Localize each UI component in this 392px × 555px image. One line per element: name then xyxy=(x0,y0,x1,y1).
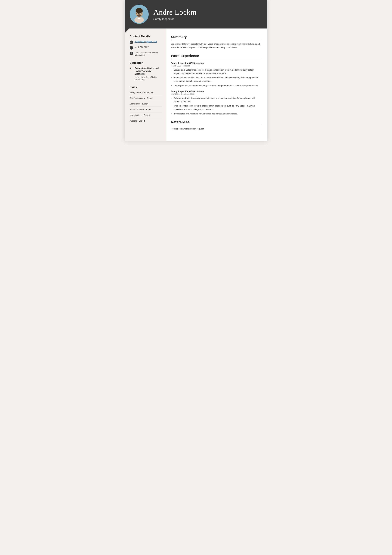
skill-item: Risk Assessment - Expert xyxy=(130,97,162,101)
skills-list: Safety Inspections - ExpertRisk Assessme… xyxy=(130,91,162,124)
job-title: Safety Inspector, OSHAcademy xyxy=(171,90,261,93)
job-bullets: Collaborated with the safety team to ins… xyxy=(171,96,261,115)
references-section: References References available upon req… xyxy=(171,120,261,130)
candidate-title: Safety Inspector xyxy=(153,17,261,21)
contact-address-item: Lake Maximusfurt, 54592, Mississippi xyxy=(130,51,162,56)
svg-point-11 xyxy=(131,53,132,53)
job-bullet-item: Collaborated with the safety team to ins… xyxy=(174,96,261,103)
phone-number: (425) 936 3227 xyxy=(135,46,149,48)
jobs-list: Safety Inspector, OSHAcademyMarch 2023 -… xyxy=(171,62,261,115)
job-bullet-item: Investigated and reported on workplace a… xyxy=(174,112,261,116)
email-icon xyxy=(130,41,133,44)
skills-section-title: Skills xyxy=(130,86,162,89)
job-bullet-item: Inspected construction sites for hazardo… xyxy=(174,76,261,83)
avatar xyxy=(130,5,149,24)
job-bullet-item: Served as a Safety Inspector for a major… xyxy=(174,68,261,75)
references-title: References xyxy=(171,120,261,125)
references-text: References available upon request xyxy=(171,128,261,130)
body: Contact Details andrelockm@gmail.com xyxy=(125,29,267,141)
education-item: Occupational Safety and Health Technicia… xyxy=(130,67,162,80)
chevron-decoration xyxy=(125,29,129,33)
summary-text: Experienced Safety Inspector with 10+ ye… xyxy=(171,42,261,49)
svg-point-6 xyxy=(137,15,141,17)
education-bullet xyxy=(130,68,131,69)
job-bullet-item: Trained construction crews in proper saf… xyxy=(174,104,261,111)
job-dates: March 2023 - Present xyxy=(171,65,261,67)
email-address[interactable]: andrelockm@gmail.com xyxy=(135,40,157,43)
edu-school: University of South Florida xyxy=(135,76,162,78)
skill-item: Investigations - Expert xyxy=(130,114,162,118)
job-bullet-item: Developed and implemented safety protoco… xyxy=(174,84,261,87)
summary-title: Summary xyxy=(171,35,261,40)
header-info: Andre Lockm Safety Inspector xyxy=(153,8,261,21)
svg-point-5 xyxy=(136,10,143,13)
skill-item: Auditing - Expert xyxy=(130,120,162,124)
location-icon xyxy=(130,51,133,55)
candidate-name: Andre Lockm xyxy=(153,8,261,16)
main-content: Summary Experienced Safety Inspector wit… xyxy=(166,29,267,141)
contact-email-item: andrelockm@gmail.com xyxy=(130,40,162,44)
header: Andre Lockm Safety Inspector xyxy=(125,0,267,29)
edu-years: 2017 - 2021 xyxy=(135,78,162,80)
job-entry: Safety Inspector, OSHAcademyMarch 2023 -… xyxy=(171,62,261,87)
skill-item: Hazard Analysis - Expert xyxy=(130,108,162,112)
job-title: Safety Inspector, OSHAcademy xyxy=(171,62,261,65)
work-experience-section: Work Experience Safety Inspector, OSHAca… xyxy=(171,54,261,115)
skills-section: Skills Safety Inspections - ExpertRisk A… xyxy=(130,86,162,124)
skill-item: Compliance - Expert xyxy=(130,102,162,107)
contact-section: Contact Details andrelockm@gmail.com xyxy=(130,35,162,56)
education-section: Education Occupational Safety and Health… xyxy=(130,61,162,80)
edu-degree: Occupational Safety and Health Technicia… xyxy=(135,67,162,75)
job-entry: Safety Inspector, OSHAcademyMay 2021 - F… xyxy=(171,90,261,115)
skill-item: Safety Inspections - Expert xyxy=(130,91,162,95)
work-experience-title: Work Experience xyxy=(171,54,261,59)
summary-section: Summary Experienced Safety Inspector wit… xyxy=(171,35,261,49)
education-details: Occupational Safety and Health Technicia… xyxy=(133,67,162,80)
resume-page: Andre Lockm Safety Inspector Contact Det… xyxy=(125,0,267,141)
phone-icon xyxy=(130,46,133,50)
contact-section-title: Contact Details xyxy=(130,35,162,38)
sidebar: Contact Details andrelockm@gmail.com xyxy=(125,29,166,141)
address: Lake Maximusfurt, 54592, Mississippi xyxy=(135,51,158,56)
job-bullets: Served as a Safety Inspector for a major… xyxy=(171,68,261,87)
education-section-title: Education xyxy=(130,61,162,65)
job-dates: May 2021 - February 2023 xyxy=(171,93,261,95)
contact-phone-item: (425) 936 3227 xyxy=(130,46,162,50)
